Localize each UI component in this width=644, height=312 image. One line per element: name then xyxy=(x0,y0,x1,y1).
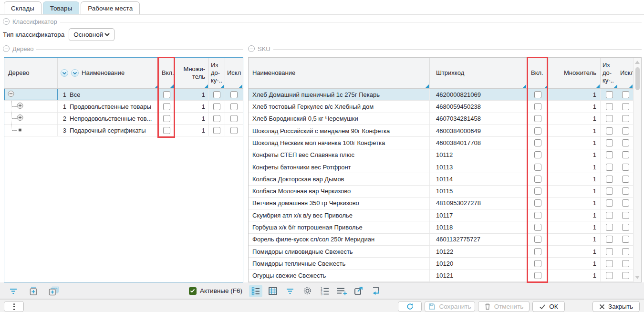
excl-checkbox[interactable] xyxy=(622,187,629,195)
excl-checkbox[interactable] xyxy=(230,91,238,98)
sku-row[interactable]: Колбаса Молочная вар Черкизово 10115 1 xyxy=(249,186,633,198)
fromdoc-checkbox[interactable] xyxy=(606,164,613,171)
incl-checkbox[interactable] xyxy=(534,115,541,122)
excl-checkbox[interactable] xyxy=(622,176,629,183)
fromdoc-checkbox[interactable] xyxy=(606,272,613,279)
open-external-icon[interactable] xyxy=(352,285,365,297)
excl-checkbox[interactable] xyxy=(622,127,629,135)
vertical-scrollbar[interactable] xyxy=(633,58,641,282)
column-header-multiplier[interactable]: Множи-тель xyxy=(175,58,209,88)
tree-row[interactable]: 2Непродовольственные тов... 1 xyxy=(4,113,243,125)
fromdoc-checkbox[interactable] xyxy=(606,151,613,158)
excl-checkbox[interactable] xyxy=(622,272,629,279)
column-header-fromdoc[interactable]: Из до-ку-.. xyxy=(209,58,225,88)
excl-checkbox[interactable] xyxy=(622,248,629,255)
excl-checkbox[interactable] xyxy=(230,127,238,134)
chevron-down-circle-icon[interactable] xyxy=(61,69,68,77)
grid-view-icon[interactable] xyxy=(266,285,280,297)
tree-node-cell[interactable] xyxy=(4,125,58,136)
fromdoc-checkbox[interactable] xyxy=(213,115,220,122)
column-header-name[interactable]: Наименование xyxy=(58,58,159,88)
menu-button[interactable] xyxy=(4,301,24,312)
column-header-fromdoc[interactable]: Из до-ку-.. xyxy=(601,58,618,88)
scrollbar-thumb[interactable] xyxy=(635,67,640,90)
sku-row[interactable]: Огурцы свежие Свежесть 10121 1 xyxy=(249,270,633,282)
excl-checkbox[interactable] xyxy=(230,103,238,110)
tree-node-cell[interactable] xyxy=(4,101,58,112)
tree-row[interactable]: 3Подарочный сертификаты 1 xyxy=(4,125,243,136)
incl-checkbox[interactable] xyxy=(534,248,541,255)
column-header-tree[interactable]: Дерево xyxy=(4,58,58,88)
tree-node-cell[interactable] xyxy=(4,113,58,124)
fromdoc-checkbox[interactable] xyxy=(213,91,220,98)
incl-checkbox[interactable] xyxy=(534,164,541,171)
fromdoc-checkbox[interactable] xyxy=(606,91,613,98)
gear-icon[interactable] xyxy=(301,285,314,297)
reload-return-icon[interactable] xyxy=(369,285,383,297)
chevron-down-circle-icon[interactable] xyxy=(71,69,79,77)
incl-checkbox[interactable] xyxy=(534,260,541,267)
collapse-icon[interactable] xyxy=(248,45,255,52)
tab-tovary[interactable]: Товары xyxy=(43,1,79,14)
excl-checkbox[interactable] xyxy=(622,103,629,110)
expand-node-icon[interactable] xyxy=(17,114,23,123)
column-header-excl[interactable]: Искл xyxy=(618,58,633,88)
classifier-type-select[interactable]: Основной xyxy=(69,28,114,41)
save-button[interactable]: Сохранить xyxy=(425,301,475,312)
excl-checkbox[interactable] xyxy=(622,151,629,158)
close-button[interactable]: Закрыть xyxy=(592,301,640,312)
filter-icon[interactable] xyxy=(283,285,297,297)
sku-row[interactable]: Хлеб тостовый Геркулес в/с Хлебный дом 4… xyxy=(249,101,633,113)
column-header-barcode[interactable]: Штрихкод xyxy=(430,58,527,88)
refresh-button[interactable] xyxy=(398,301,422,312)
tree-row[interactable]: 1Продовольственные товары 1 xyxy=(4,101,243,113)
collapse-icon[interactable] xyxy=(3,18,10,25)
column-header-incl[interactable]: Вкл. xyxy=(527,58,549,88)
fromdoc-checkbox[interactable] xyxy=(213,103,220,110)
fromdoc-checkbox[interactable] xyxy=(606,115,613,122)
tab-rabochie-mesta[interactable]: Рабочие места xyxy=(81,1,140,14)
excl-checkbox[interactable] xyxy=(230,115,238,122)
fromdoc-checkbox[interactable] xyxy=(606,176,613,183)
sku-row[interactable]: Хлеб Бородинский 0,5 кг Черемушки 460703… xyxy=(249,113,633,125)
fromdoc-checkbox[interactable] xyxy=(606,260,613,267)
sku-row[interactable]: Скумбрия атл х/к в/у вес Приволье 10117 … xyxy=(249,209,633,221)
excl-checkbox[interactable] xyxy=(622,91,629,98)
excl-checkbox[interactable] xyxy=(622,224,629,231)
scroll-down-icon[interactable] xyxy=(635,276,640,279)
sku-row[interactable]: Ветчина домашняя 350 гр Черкизово 481095… xyxy=(249,198,633,209)
active-filter-toggle[interactable]: Активные (F6) xyxy=(189,287,242,295)
incl-checkbox[interactable] xyxy=(534,176,541,183)
column-header-multiplier[interactable]: Множитель xyxy=(549,58,601,88)
sku-row[interactable]: Колбаса Докторская вар Дымов 10114 1 xyxy=(249,173,633,185)
fromdoc-checkbox[interactable] xyxy=(606,139,613,146)
sku-row[interactable]: Горбуша х/к б/г потрошеная Приволье 1011… xyxy=(249,221,633,233)
sku-row[interactable]: Помидоры сливовидные Свежесть 10122 1 xyxy=(249,246,633,258)
tab-sklady[interactable]: Склады xyxy=(4,1,42,14)
excl-checkbox[interactable] xyxy=(622,139,629,146)
incl-checkbox[interactable] xyxy=(534,236,541,243)
incl-checkbox[interactable] xyxy=(534,272,541,279)
incl-checkbox[interactable] xyxy=(534,139,541,146)
fromdoc-checkbox[interactable] xyxy=(606,187,613,195)
incl-checkbox[interactable] xyxy=(534,212,541,219)
sku-row[interactable]: Хлеб Домашний пшеничный 1с 275г Пекарь 4… xyxy=(249,89,633,101)
fromdoc-checkbox[interactable] xyxy=(606,199,613,207)
expand-node-button-icon[interactable] xyxy=(27,285,40,297)
tree-node-cell[interactable] xyxy=(4,89,58,100)
sku-row[interactable]: Помидоры тепличные Свежесть 10120 1 xyxy=(249,258,633,270)
cancel-button[interactable]: Отменить xyxy=(478,301,530,312)
fromdoc-checkbox[interactable] xyxy=(606,212,613,219)
collapse-icon[interactable] xyxy=(3,45,10,52)
column-header-name[interactable]: Наименование xyxy=(249,58,430,88)
fromdoc-checkbox[interactable] xyxy=(606,103,613,110)
expand-node-icon[interactable] xyxy=(17,103,23,111)
excl-checkbox[interactable] xyxy=(622,212,629,219)
column-header-incl[interactable]: Вкл. xyxy=(159,58,175,88)
fromdoc-checkbox[interactable] xyxy=(606,127,613,135)
incl-checkbox[interactable] xyxy=(534,103,541,110)
incl-checkbox[interactable] xyxy=(163,115,170,122)
sku-row[interactable]: Конфеты батончики вес Ротфронт 10113 1 xyxy=(249,161,633,173)
excl-checkbox[interactable] xyxy=(622,164,629,171)
fromdoc-checkbox[interactable] xyxy=(606,224,613,231)
